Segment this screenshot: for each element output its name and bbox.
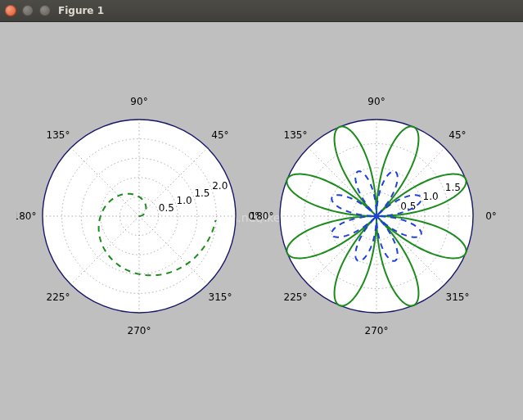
- polar-plots: http://blog.csdn.net/ikerpeng0°45°90°135…: [16, 56, 507, 392]
- figure-area: http://blog.csdn.net/ikerpeng0°45°90°135…: [0, 22, 523, 420]
- angle-tick-label: 225°: [284, 291, 308, 303]
- maximize-icon[interactable]: [39, 5, 51, 16]
- angle-tick-label: 45°: [449, 129, 466, 141]
- angle-tick-label: 315°: [209, 291, 232, 303]
- r-tick-label: 1.0: [423, 191, 439, 202]
- window-title: Figure 1: [58, 5, 104, 16]
- minimize-icon[interactable]: [22, 5, 34, 16]
- angle-tick-label: 180°: [250, 210, 274, 222]
- angle-tick-label: 270°: [128, 325, 151, 336]
- angle-tick-label: 90°: [367, 96, 385, 107]
- r-tick-label: 1.5: [445, 182, 461, 193]
- r-tick-label: 1.5: [194, 187, 210, 199]
- angle-tick-label: 135°: [47, 129, 70, 141]
- r-tick-label: 2.0: [212, 180, 228, 192]
- r-tick-label: 1.0: [177, 195, 192, 206]
- angle-tick-label: 45°: [211, 129, 228, 141]
- angle-tick-label: 180°: [16, 210, 36, 222]
- titlebar[interactable]: Figure 1: [0, 0, 523, 22]
- angle-tick-label: 135°: [284, 129, 308, 141]
- angle-tick-label: 315°: [446, 291, 470, 303]
- r-tick-label: 0.5: [159, 202, 174, 214]
- window: Figure 1 http://blog.csdn.net/ikerpeng0°…: [0, 0, 523, 420]
- angle-tick-label: 270°: [365, 325, 389, 336]
- angle-tick-label: 0°: [485, 210, 497, 222]
- close-icon[interactable]: [5, 5, 16, 16]
- angle-tick-label: 90°: [130, 96, 147, 107]
- angle-tick-label: 225°: [47, 291, 70, 303]
